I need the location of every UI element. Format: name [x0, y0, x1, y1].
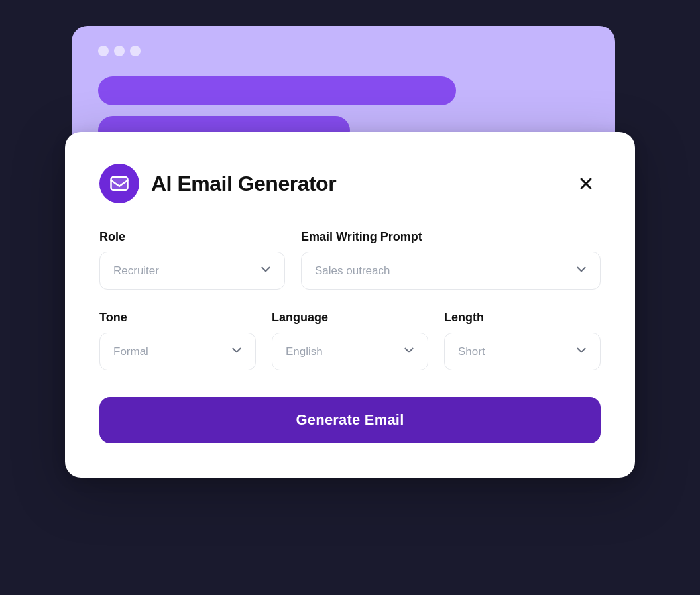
role-label: Role — [99, 230, 285, 244]
email-icon — [109, 174, 129, 193]
language-select-wrapper: English Spanish French German Portuguese — [272, 333, 428, 370]
tone-label: Tone — [99, 311, 256, 325]
browser-bar-1 — [98, 76, 456, 105]
tone-select[interactable]: Formal Casual Friendly Professional Pers… — [99, 333, 256, 370]
modal-dialog: AI Email Generator Role Recruiter Sales … — [65, 132, 635, 478]
prompt-group: Email Writing Prompt Sales outreach Foll… — [301, 230, 601, 290]
scene: AI Email Generator Role Recruiter Sales … — [52, 26, 648, 569]
modal-header: AI Email Generator — [99, 164, 601, 203]
role-select-wrapper: Recruiter Sales Rep Manager Developer De… — [99, 252, 285, 290]
modal-title-group: AI Email Generator — [99, 164, 336, 203]
modal-title: AI Email Generator — [151, 172, 336, 196]
length-group: Length Short Medium Long — [444, 311, 601, 370]
role-group: Role Recruiter Sales Rep Manager Develop… — [99, 230, 285, 290]
prompt-label: Email Writing Prompt — [301, 230, 601, 244]
browser-dot-2 — [114, 46, 125, 56]
role-select[interactable]: Recruiter Sales Rep Manager Developer De… — [99, 252, 285, 290]
length-select-wrapper: Short Medium Long — [444, 333, 601, 370]
svg-rect-0 — [111, 177, 128, 190]
prompt-select[interactable]: Sales outreach Follow-up Introduction Th… — [301, 252, 601, 290]
close-button[interactable] — [571, 169, 601, 198]
language-label: Language — [272, 311, 428, 325]
browser-dots — [98, 46, 589, 56]
tone-select-wrapper: Formal Casual Friendly Professional Pers… — [99, 333, 256, 370]
prompt-select-wrapper: Sales outreach Follow-up Introduction Th… — [301, 252, 601, 290]
form-row-1: Role Recruiter Sales Rep Manager Develop… — [99, 230, 601, 290]
close-icon — [577, 174, 595, 193]
tone-group: Tone Formal Casual Friendly Professional… — [99, 311, 256, 370]
modal-icon-wrapper — [99, 164, 139, 203]
generate-email-button[interactable]: Generate Email — [99, 397, 601, 443]
length-select[interactable]: Short Medium Long — [444, 333, 601, 370]
browser-dot-1 — [98, 46, 109, 56]
language-select[interactable]: English Spanish French German Portuguese — [272, 333, 428, 370]
language-group: Language English Spanish French German P… — [272, 311, 428, 370]
form-row-2: Tone Formal Casual Friendly Professional… — [99, 311, 601, 370]
browser-dot-3 — [130, 46, 141, 56]
length-label: Length — [444, 311, 601, 325]
